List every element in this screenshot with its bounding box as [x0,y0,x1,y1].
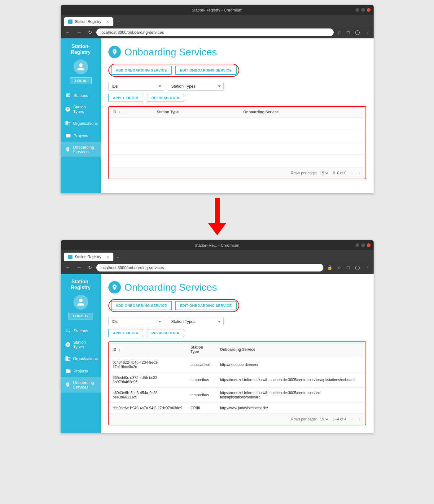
prev-page-button-top[interactable]: ‹ [350,170,354,176]
sidebar-item-projects[interactable]: Projects [61,129,101,142]
apply-filter-button-2[interactable]: APPLY FILTER [108,329,143,337]
sidebar: Station-Registry LOGIN Stations [61,38,101,193]
page-title: Onboarding Services [125,46,217,58]
close-button-2[interactable] [367,243,370,247]
empty-row [109,118,366,130]
tab-favicon-2 [68,255,72,259]
sidebar-item-onboarding[interactable]: Onboarding Services [61,142,101,157]
filter-buttons-row-2: APPLY FILTER REFRESH DATA [108,329,366,337]
sidebar-item-label-onboarding: Onboarding Services [73,145,97,154]
reload-button[interactable]: ↻ [86,28,94,37]
prev-page-button-bottom[interactable]: ‹ [350,416,354,422]
onboarding-icon-2 [65,382,71,388]
window-title-2: Station-Re... - Chromium [195,243,239,248]
window-controls-2[interactable] [356,243,370,247]
sidebar-item-label-organizations: Organizations [73,121,98,126]
menu-icon[interactable]: ⋮ [364,28,370,36]
down-arrow-svg [208,198,226,235]
filter-buttons-row: APPLY FILTER REFRESH DATA [108,94,366,102]
sidebar-item-organizations-2[interactable]: Organizations [61,352,101,365]
extensions-icon[interactable]: ◻ [345,28,351,36]
edit-onboarding-button[interactable]: EDIT ONBOARDING SERVICE [175,66,237,75]
sort-arrow-id-2[interactable]: ↑ [119,348,120,351]
data-table-bottom: ID ↑ Station Type Onboarding Service 0c4… [109,342,366,413]
window-title: Station-Registry - Chromium [192,8,243,12]
minimize-button[interactable] [356,8,359,12]
table-row[interactable]: a6043e6b-3ea3-454a-9c28-bee3b66111c5 tem… [109,388,366,403]
ids-filter[interactable]: IDs [108,82,164,91]
data-table-top: ID ↑ Station Type Onboarding Service [109,107,366,167]
bookmark-icon[interactable]: ☆ [336,28,343,36]
table-row[interactable]: dca9ae6e-b940-4a7a-94f8-17dc97b63de9 CRI… [109,403,366,414]
active-tab-2[interactable]: Station-Registry × [64,253,113,261]
sidebar-item-projects-2[interactable]: Projects [61,365,101,377]
logout-button[interactable]: LOGOUT [68,313,93,319]
back-button[interactable]: ← [64,28,72,36]
tab-bar-2: Station-Registry × + [61,250,374,261]
sort-arrow-id[interactable]: ↑ [119,111,120,114]
tab-label: Station-Registry [75,20,101,24]
sidebar-item-label-stations: Stations [74,93,88,98]
tab-close-button-2[interactable]: × [106,254,109,259]
sidebar-item-stations-2[interactable]: Stations [61,324,101,337]
rows-per-page-control: Rows per page: 15 [291,171,329,176]
cell-station-type-1: temporibus [187,372,216,388]
menu-icon-2[interactable]: ⋮ [364,264,370,271]
url-bar-2[interactable] [96,264,323,272]
sidebar-item-onboarding-2[interactable]: Onboarding Services [61,377,101,393]
next-page-button-bottom[interactable]: › [358,416,362,422]
ids-filter-2[interactable]: IDs [108,317,164,326]
rows-per-page-select-top[interactable]: 15 [319,171,329,176]
table-row[interactable]: 0c464622-7b4d-4204-8ec3-17e19bce0a2d acc… [109,357,366,372]
login-button[interactable]: LOGIN [70,77,92,84]
stations-icon-2 [65,328,71,334]
close-button[interactable] [367,8,370,12]
reload-button-2[interactable]: ↻ [86,263,94,272]
table-footer-top: Rows per page: 15 0–0 of 0 ‹ › [109,167,366,179]
sidebar-item-stations[interactable]: Stations [61,89,101,102]
table-row[interactable]: 565edd0c-d375-4d5b-bc32-8b979b462e95 tem… [109,372,366,388]
forward-button-2[interactable]: → [75,263,84,272]
profile-icon-2[interactable]: ◯ [354,264,361,271]
refresh-data-button[interactable]: REFRESH DATA [147,94,184,102]
maximize-button[interactable] [361,8,365,12]
add-onboarding-button[interactable]: ADD ONBOARDING SERVICE [111,66,172,75]
edit-onboarding-button-2[interactable]: EDIT ONBOARDING SERVICE [175,301,237,310]
minimize-button-2[interactable] [356,243,359,247]
svg-marker-1 [208,223,226,235]
profile-icon[interactable]: ◯ [354,28,361,36]
browser-toolbar: ← → ↻ ☆ ◻ ◯ ⋮ [61,26,374,38]
back-button-2[interactable]: ← [64,263,72,272]
new-tab-button[interactable]: + [113,19,123,25]
sidebar-item-label-stations-2: Stations [74,328,88,333]
bookmark-icon-2[interactable]: ☆ [336,264,343,271]
active-tab[interactable]: Station-Registry × [64,17,113,26]
station-types-filter[interactable]: Station Types [168,82,224,91]
sidebar-2: Station-Registry LOGOUT Stations [61,274,101,433]
maximize-button-2[interactable] [361,243,365,247]
sidebar-item-organizations[interactable]: Organizations [61,117,101,129]
filter-row: IDs Station Types [108,82,366,91]
add-onboarding-button-2[interactable]: ADD ONBOARDING SERVICE [111,301,172,310]
window-controls[interactable] [356,8,370,12]
sidebar-item-station-types[interactable]: Station Types [61,102,101,117]
sidebar-logo: Station-Registry [61,43,101,55]
sidebar-item-station-types-2[interactable]: Station Types [61,337,101,352]
stations-icon [65,92,71,98]
sidebar-logo-2: Station-Registry [61,279,101,290]
tab-close-button[interactable]: × [106,19,109,24]
new-tab-button-2[interactable]: + [113,254,123,261]
url-bar[interactable] [96,28,334,36]
station-types-filter-2[interactable]: Station Types [168,317,224,326]
arrow-container [0,198,434,235]
apply-filter-button[interactable]: APPLY FILTER [108,94,143,102]
extensions-icon-2[interactable]: ◻ [345,264,351,271]
next-page-button-top[interactable]: › [358,170,362,176]
refresh-data-button-2[interactable]: REFRESH DATA [147,329,184,337]
oval-highlight-top: ADD ONBOARDING SERVICE EDIT ONBOARDING S… [108,64,239,77]
station-types-icon [65,106,71,112]
forward-button[interactable]: → [75,28,84,36]
station-types-icon-2 [65,341,71,348]
onboarding-icon [65,146,71,153]
rows-per-page-select-bottom[interactable]: 15 [319,417,329,422]
